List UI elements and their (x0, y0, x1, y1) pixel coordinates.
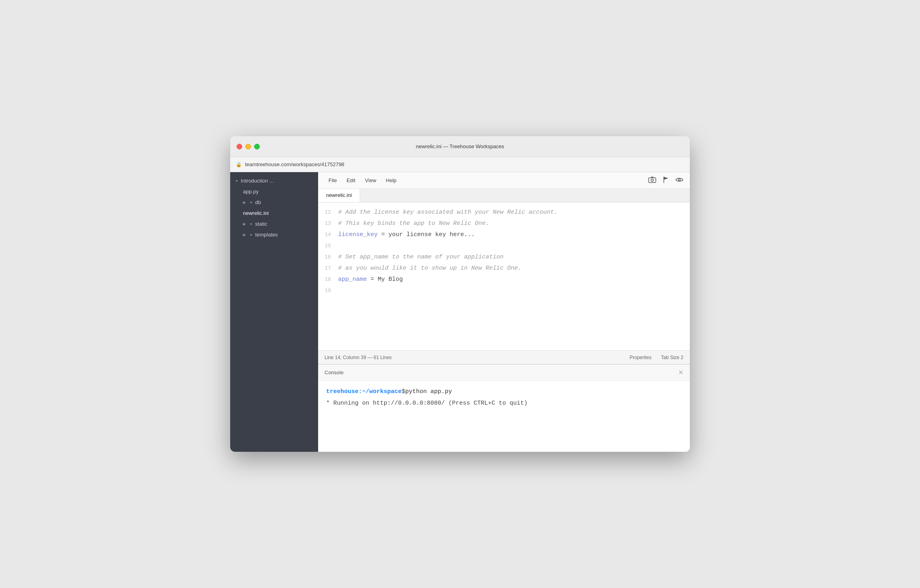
line-number: 18 (318, 275, 338, 284)
console-header: Console ✕ (318, 365, 690, 381)
eye-icon[interactable] (675, 177, 683, 184)
console-content[interactable]: treehouse:~/workspace $ python app.py * … (318, 381, 690, 452)
line-number: 14 (318, 230, 338, 239)
console-close-button[interactable]: ✕ (678, 369, 683, 376)
code-line-16: 16 # Set app_name to the name of your ap… (318, 252, 690, 263)
minimize-button[interactable] (245, 144, 251, 149)
sidebar-item-app-py[interactable]: app.py (230, 186, 318, 197)
window-title: newrelic.ini — Treehouse Workspaces (416, 143, 504, 149)
url-bar: 🔒 teamtreehouse.com/workspaces/41752798 (230, 157, 690, 172)
menu-items: File Edit View Help (325, 176, 400, 185)
line-content: # as you would like it to show up in New… (338, 263, 690, 274)
main-layout: ▪ Introduction ... app.py ▶ ▪ db newreli… (230, 172, 690, 452)
code-line-17: 17 # as you would like it to show up in … (318, 263, 690, 274)
line-content (338, 286, 690, 296)
sidebar-item-label: newrelic.ini (243, 210, 269, 216)
folder-icon: ▪ (250, 221, 252, 227)
code-line-19: 19 (318, 286, 690, 297)
svg-point-1 (651, 179, 653, 181)
code-line-13: 13 # This key binds the app to New Relic… (318, 219, 690, 230)
sidebar: ▪ Introduction ... app.py ▶ ▪ db newreli… (230, 172, 318, 452)
sidebar-item-introduction[interactable]: ▪ Introduction ... (230, 175, 318, 186)
app-window: newrelic.ini — Treehouse Workspaces 🔒 te… (230, 136, 690, 452)
line-content (338, 241, 690, 251)
camera-icon[interactable] (648, 177, 656, 185)
title-bar: newrelic.ini — Treehouse Workspaces (230, 136, 690, 157)
line-number: 19 (318, 286, 338, 295)
sidebar-item-templates[interactable]: ▶ ▪ templates (230, 229, 318, 240)
line-number: 12 (318, 208, 338, 217)
menu-icons (648, 176, 683, 185)
sidebar-item-label: app.py (243, 189, 259, 195)
folder-icon: ▪ (250, 199, 252, 205)
sidebar-item-label: Introduction ... (241, 178, 274, 184)
line-number: 13 (318, 219, 338, 228)
cursor-position: Line 14, Column 39 — 61 Lines (325, 355, 392, 360)
sidebar-item-label: db (255, 199, 261, 205)
status-bar: Line 14, Column 39 — 61 Lines Properties… (318, 350, 690, 364)
chevron-icon: ▶ (243, 232, 246, 237)
tabs-bar: newrelic.ini (318, 189, 690, 203)
line-number: 15 (318, 242, 338, 250)
folder-icon: ▪ (250, 232, 252, 238)
sidebar-item-newrelic-ini[interactable]: newrelic.ini (230, 208, 318, 219)
code-line-15: 15 (318, 241, 690, 252)
console-title: Console (325, 369, 344, 375)
menu-help[interactable]: Help (382, 176, 400, 185)
code-line-12: 12 # Add the license key associated with… (318, 207, 690, 219)
line-content: # Set app_name to the name of your appli… (338, 252, 690, 262)
console-area: Console ✕ treehouse:~/workspace $ python… (318, 364, 690, 452)
chevron-icon: ▶ (243, 222, 246, 226)
tab-size-label[interactable]: Tab Size 2 (661, 355, 683, 360)
prompt-dollar: $ (402, 386, 405, 397)
line-content: license_key = your license key here... (338, 230, 690, 240)
close-button[interactable] (237, 144, 242, 149)
sidebar-item-static[interactable]: ▶ ▪ static (230, 219, 318, 229)
svg-point-3 (679, 179, 681, 181)
prompt-command: python app.py (405, 386, 452, 397)
console-prompt-line: treehouse:~/workspace $ python app.py (326, 386, 682, 397)
line-number: 17 (318, 264, 338, 273)
console-output: * Running on http://0.0.0.0:8080/ (Press… (326, 398, 682, 409)
editor-area: File Edit View Help (318, 172, 690, 452)
url-text[interactable]: teamtreehouse.com/workspaces/41752798 (245, 161, 345, 167)
folder-icon: ▪ (236, 178, 238, 184)
code-line-18: 18 app_name = My Blog (318, 274, 690, 286)
sidebar-item-db[interactable]: ▶ ▪ db (230, 197, 318, 208)
svg-rect-0 (649, 178, 656, 183)
line-content: # Add the license key associated with yo… (338, 207, 690, 218)
sidebar-item-label: templates (255, 232, 278, 238)
menu-file[interactable]: File (325, 176, 341, 185)
prompt-host: treehouse:~/workspace (326, 386, 402, 397)
traffic-lights (237, 144, 260, 149)
maximize-button[interactable] (254, 144, 260, 149)
menu-edit[interactable]: Edit (343, 176, 359, 185)
code-editor[interactable]: 12 # Add the license key associated with… (318, 203, 690, 350)
chevron-icon: ▶ (243, 200, 246, 205)
properties-label[interactable]: Properties (629, 355, 651, 360)
line-content: app_name = My Blog (338, 274, 690, 285)
lock-icon: 🔒 (236, 162, 242, 167)
menu-view[interactable]: View (361, 176, 380, 185)
flag-icon[interactable] (663, 176, 669, 185)
tab-label: newrelic.ini (326, 192, 352, 198)
line-number: 16 (318, 253, 338, 262)
menu-bar: File Edit View Help (318, 172, 690, 189)
code-line-14: 14 license_key = your license key here..… (318, 230, 690, 241)
line-content: # This key binds the app to New Relic On… (338, 219, 690, 229)
tab-newrelic-ini[interactable]: newrelic.ini (318, 189, 360, 202)
sidebar-item-label: static (255, 221, 267, 227)
